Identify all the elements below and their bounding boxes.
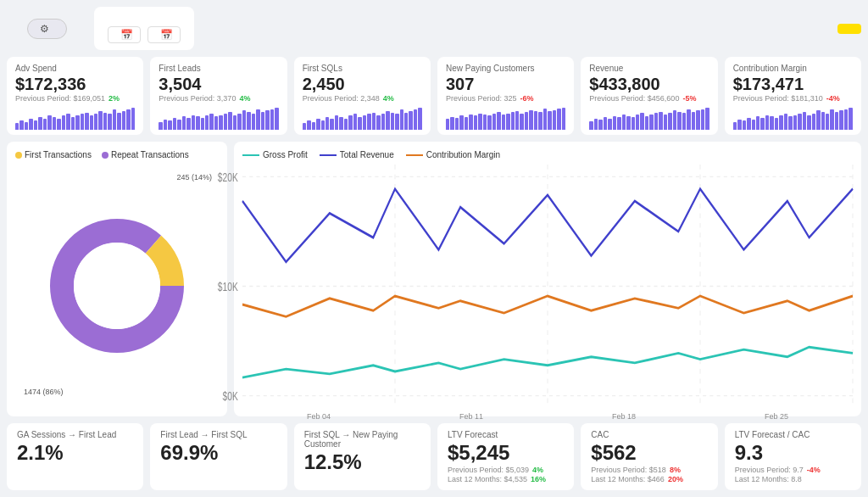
bar bbox=[830, 109, 833, 130]
bar bbox=[182, 116, 186, 130]
date-to-input[interactable]: 📅 bbox=[147, 26, 181, 43]
kpi-change: 2% bbox=[108, 94, 120, 103]
kpi-card-1: First Leads 3,504 Previous Period: 3,370… bbox=[150, 57, 287, 135]
kpi-card-4: Revenue $433,800 Previous Period: $456,6… bbox=[581, 57, 717, 135]
bar bbox=[90, 115, 93, 130]
bar bbox=[38, 117, 42, 130]
bar bbox=[57, 119, 60, 130]
chart-legend-line bbox=[242, 154, 259, 156]
bar bbox=[812, 114, 815, 130]
kpi-prev-text: Previous Period: $181,310 bbox=[733, 94, 823, 103]
kpi-change: -5% bbox=[682, 94, 696, 103]
bar bbox=[826, 114, 829, 130]
bar bbox=[483, 114, 487, 130]
bar bbox=[307, 120, 310, 130]
svg-text:$0K: $0K bbox=[223, 390, 239, 404]
donut-panel: First TransactionsRepeat Transactions 24… bbox=[7, 142, 227, 416]
kpi-card-0: Adv Spend $172,336 Previous Period: $169… bbox=[7, 57, 143, 135]
kpi-card-5: Contribution Margin $173,471 Previous Pe… bbox=[725, 57, 861, 135]
mini-bar-chart bbox=[159, 106, 278, 130]
bar bbox=[770, 116, 773, 130]
line-chart-svg: $20K $10K $0K bbox=[242, 165, 853, 408]
bar bbox=[752, 120, 755, 130]
kpi-value: 3,504 bbox=[159, 75, 278, 93]
bar bbox=[450, 117, 453, 130]
x-label-2: Feb 11 bbox=[459, 412, 483, 421]
metric-value: 12.5% bbox=[304, 450, 420, 474]
bar bbox=[321, 120, 325, 130]
bar bbox=[664, 114, 667, 130]
active-filters-btn[interactable]: ⚙ bbox=[27, 19, 67, 39]
bar bbox=[414, 109, 417, 130]
bar bbox=[617, 117, 620, 130]
line-chart-panel: Gross ProfitTotal RevenueContribution Ma… bbox=[234, 142, 861, 416]
bar bbox=[743, 120, 746, 130]
kpi-prev-text: Previous Period: 2,348 bbox=[303, 94, 380, 103]
kpi-change: -6% bbox=[520, 94, 534, 103]
bar bbox=[459, 115, 463, 130]
bar bbox=[543, 109, 547, 130]
kpi-label: Contribution Margin bbox=[733, 64, 853, 73]
metric-card-4: CAC $562 Previous Period: $518 8% Last 1… bbox=[581, 423, 717, 490]
bar bbox=[372, 113, 376, 130]
donut-container: 245 (14%) 1474 (86%) bbox=[15, 163, 219, 408]
bar bbox=[367, 114, 370, 130]
bar bbox=[25, 122, 28, 130]
sub-text: Previous Period: $5,039 bbox=[448, 466, 529, 474]
bar bbox=[19, 120, 23, 130]
bar bbox=[798, 114, 801, 130]
bar bbox=[71, 117, 75, 130]
bar bbox=[534, 111, 537, 130]
kpi-label: New Paying Customers bbox=[446, 64, 565, 73]
bar bbox=[43, 119, 47, 130]
kpi-row: Adv Spend $172,336 Previous Period: $169… bbox=[7, 57, 861, 135]
chart-legend-item-2: Contribution Margin bbox=[406, 150, 500, 159]
bar bbox=[85, 113, 88, 130]
metric-card-1: First Lead → First SQL 69.9% bbox=[150, 423, 287, 490]
kpi-value: 2,450 bbox=[303, 75, 422, 93]
bar bbox=[34, 120, 37, 130]
bar bbox=[242, 110, 246, 130]
bar bbox=[164, 120, 167, 130]
bar bbox=[553, 110, 556, 130]
bar bbox=[339, 117, 342, 130]
bar bbox=[692, 112, 695, 130]
legend-label: First Transactions bbox=[25, 150, 92, 159]
metric-sub-1: Last 12 Months: $4,535 16% bbox=[448, 475, 564, 483]
sub-text: Last 12 Months: 8.8 bbox=[735, 475, 802, 483]
metric-label: GA Sessions → First Lead bbox=[17, 430, 133, 439]
bar bbox=[196, 116, 199, 130]
bar bbox=[131, 108, 135, 130]
sub-change: 8% bbox=[670, 466, 681, 474]
svg-point-2 bbox=[74, 243, 160, 329]
bar bbox=[98, 111, 102, 130]
bar bbox=[562, 108, 565, 130]
bar bbox=[557, 109, 560, 130]
bar bbox=[844, 109, 848, 130]
metric-label: CAC bbox=[591, 430, 707, 439]
svg-text:$20K: $20K bbox=[218, 170, 239, 184]
bar bbox=[168, 120, 171, 130]
bar bbox=[409, 111, 412, 130]
kpi-change: 4% bbox=[239, 94, 250, 103]
bar bbox=[705, 108, 709, 130]
bar bbox=[126, 109, 130, 130]
bar bbox=[391, 113, 394, 130]
bar bbox=[677, 112, 681, 130]
bar bbox=[668, 113, 671, 130]
kpi-prev: Previous Period: 3,370 4% bbox=[159, 94, 278, 103]
date-panel: 📅 📅 bbox=[94, 7, 194, 50]
header: ⚙ 📅 📅 bbox=[7, 7, 861, 50]
bar bbox=[256, 109, 259, 130]
date-from-input[interactable]: 📅 bbox=[108, 26, 141, 43]
chart-legend-label: Gross Profit bbox=[263, 150, 308, 159]
kpi-prev-text: Previous Period: $169,051 bbox=[15, 94, 105, 103]
bar bbox=[506, 114, 509, 130]
kpi-change: 4% bbox=[383, 94, 394, 103]
metric-value: 2.1% bbox=[17, 441, 133, 465]
calendar-icon: 📅 bbox=[120, 29, 133, 41]
bar bbox=[47, 115, 51, 130]
bar bbox=[497, 112, 500, 130]
metric-card-3: LTV Forecast $5,245 Previous Period: $5,… bbox=[437, 423, 574, 490]
bar bbox=[261, 112, 264, 130]
